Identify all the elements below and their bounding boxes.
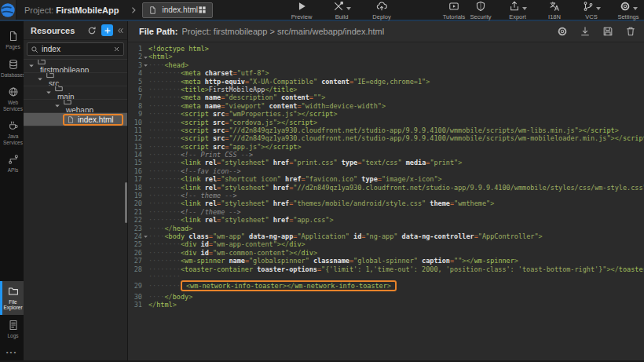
- code-text: ····<head>: [148, 61, 644, 69]
- code-line-gap[interactable]: ········: [128, 273, 644, 280]
- caret-down-icon[interactable]: [37, 76, 43, 82]
- code-line-24[interactable]: 24····<body class="wm-app" data-ng-app="…: [128, 232, 644, 240]
- line-number: 14: [128, 151, 148, 159]
- download-button[interactable]: [580, 26, 591, 37]
- code-line-29[interactable]: 29········<wm-network-info-toaster></wm-…: [128, 280, 644, 293]
- add-resource-button[interactable]: [101, 24, 113, 36]
- topbar-security-button[interactable]: Security: [467, 0, 494, 20]
- code-text: ········<link rel="shortcut icon" href="…: [148, 175, 644, 183]
- code-line-1[interactable]: 1<!doctype html>: [128, 45, 644, 53]
- code-line-30[interactable]: 30····</body>: [128, 293, 644, 301]
- folder-icon: [46, 73, 59, 79]
- tree-item-webapp[interactable]: webapp: [24, 100, 127, 113]
- code-text: ········<toaster-container toaster-optio…: [148, 265, 644, 273]
- sidebar-more-button[interactable]: •••: [0, 342, 24, 360]
- code-editor[interactable]: 1<!doctype html>2<html>3····<head>4·····…: [128, 42, 644, 360]
- search-input[interactable]: [42, 45, 113, 53]
- sidebar-item-java-services[interactable]: Java Services: [0, 115, 24, 149]
- code-line-7[interactable]: 7········<meta name="description" conten…: [128, 93, 644, 101]
- caret-down-icon[interactable]: [28, 63, 35, 69]
- code-line-27[interactable]: 27········<wm-spinner name="globalspinne…: [128, 257, 644, 265]
- code-line-28[interactable]: 28········<toaster-container toaster-opt…: [128, 265, 644, 273]
- clear-search-icon[interactable]: [113, 46, 120, 53]
- collapse-panel-icon[interactable]: [117, 27, 124, 35]
- tree-item-firstmobileapp[interactable]: firstmobileapp: [24, 60, 127, 73]
- code-line-19[interactable]: 19········<!-- theme -->: [128, 192, 644, 199]
- code-line-20[interactable]: 20········<link rel="stylesheet" href="t…: [128, 199, 644, 207]
- topbar-build-button[interactable]: Build: [328, 0, 355, 20]
- tree-item-src[interactable]: src: [24, 73, 127, 86]
- line-number: 30: [128, 293, 148, 301]
- tree-item-main[interactable]: main: [24, 86, 127, 100]
- code-line-21[interactable]: 21········<!-- /theme -->: [128, 208, 644, 216]
- open-file-tab[interactable]: index.html: [142, 2, 213, 18]
- code-line-14[interactable]: 14········<!-- Print CSS -->: [128, 151, 644, 159]
- code-line-10[interactable]: 10········<script src="cordova.js"></scr…: [128, 119, 644, 126]
- code-line-31[interactable]: 31</html>: [128, 301, 644, 309]
- breadcrumb-chevron-icon: [130, 5, 137, 15]
- sidebar-item-file-explorer[interactable]: File Explorer: [0, 281, 24, 315]
- code-line-15[interactable]: 15········<link rel="stylesheet" href="p…: [128, 159, 644, 166]
- code-line-22[interactable]: 22········<link rel="stylesheet" href="a…: [128, 216, 644, 224]
- code-line-26[interactable]: 26········<div id="wm-common-content"></…: [128, 249, 644, 257]
- top-bar: Project: FirstMobileApp index.html Previ…: [0, 0, 644, 21]
- topbar-preview-button[interactable]: Preview: [288, 0, 315, 20]
- tree-item-index.html[interactable]: index.html: [24, 113, 127, 126]
- code-text: ········<script src="//d2n849qz1ya930.cl…: [148, 126, 644, 134]
- wavemaker-logo-icon: [0, 2, 16, 18]
- line-number: [128, 273, 148, 280]
- sidebar-item-web-services[interactable]: Web Services: [0, 82, 24, 115]
- topbar-export-button[interactable]: Export: [504, 0, 531, 20]
- line-number: 26: [128, 249, 148, 257]
- line-number: 1: [128, 45, 148, 53]
- sidebar-item-apis[interactable]: APIs: [0, 149, 24, 177]
- code-line-17[interactable]: 17········<link rel="shortcut icon" href…: [128, 175, 644, 183]
- code-line-9[interactable]: 9········<script src="wmProperties.js"><…: [128, 110, 644, 118]
- code-line-8[interactable]: 8········<meta name="viewport" content="…: [128, 102, 644, 110]
- line-number: 8: [128, 102, 148, 110]
- code-text: ········<div id="wm-app-content"></div>: [148, 240, 644, 248]
- line-number: 5: [128, 78, 148, 86]
- sidebar-item-label: Web Services: [2, 100, 24, 112]
- settings-button[interactable]: [557, 26, 568, 37]
- fold-caret-icon[interactable]: [143, 63, 148, 68]
- code-line-13[interactable]: 13········<script src="app.js"></script>: [128, 143, 644, 151]
- sidebar-item-databases[interactable]: Databases: [0, 54, 24, 82]
- code-line-25[interactable]: 25········<div id="wm-app-content"></div…: [128, 240, 644, 248]
- fold-caret-icon[interactable]: [143, 234, 148, 240]
- code-text: ········<title>FirstMobileApp</title>: [148, 86, 644, 93]
- topbar-i18n-button[interactable]: I18N: [541, 0, 568, 20]
- save-button[interactable]: [602, 26, 613, 37]
- sidebar-item-label: Databases: [1, 72, 25, 79]
- topbar-settings-button[interactable]: Settings: [615, 0, 642, 20]
- code-line-18[interactable]: 18········<link rel="stylesheet" href="/…: [128, 184, 644, 192]
- topbar-deploy-button[interactable]: Deploy: [368, 0, 395, 20]
- topbar-security-label: Security: [470, 13, 491, 20]
- caret-down-icon[interactable]: [54, 103, 60, 109]
- topbar-vcs-button[interactable]: VCS: [578, 0, 605, 20]
- code-line-6[interactable]: 6········<title>FirstMobileApp</title>: [128, 86, 644, 93]
- delete-button[interactable]: [625, 26, 636, 37]
- sidebar-item-logs[interactable]: Logs: [0, 315, 24, 343]
- code-line-16[interactable]: 16········<!--fav icon-->: [128, 167, 644, 175]
- code-line-2[interactable]: 2<html>: [128, 53, 644, 60]
- code-line-4[interactable]: 4········<meta charset="utf-8">: [128, 69, 644, 77]
- database-icon: [8, 59, 19, 70]
- line-number: 19: [128, 192, 148, 199]
- coffee-icon: [8, 120, 19, 131]
- code-line-23[interactable]: 23····</head>: [128, 225, 644, 232]
- refresh-icon[interactable]: [87, 26, 97, 35]
- topbar-tutorials-button[interactable]: Tutorials: [441, 0, 467, 20]
- fold-caret-icon[interactable]: [143, 55, 148, 60]
- line-number: 17: [128, 175, 148, 183]
- code-line-12[interactable]: 12········<script src="//d2n849qz1ya930.…: [128, 134, 644, 142]
- code-line-5[interactable]: 5········<meta http-equiv="X-UA-Compatib…: [128, 78, 644, 86]
- chevron-down-icon: [596, 7, 601, 10]
- caret-down-icon[interactable]: [46, 90, 52, 96]
- panel-scrollbar-thumb[interactable]: [125, 182, 127, 223]
- code-line-11[interactable]: 11········<script src="//d2n849qz1ya930.…: [128, 126, 644, 134]
- sidebar-item-pages[interactable]: Pages: [0, 26, 24, 54]
- app-logo[interactable]: [0, 0, 16, 20]
- grid-icon[interactable]: [198, 5, 207, 14]
- code-line-3[interactable]: 3····<head>: [128, 61, 644, 69]
